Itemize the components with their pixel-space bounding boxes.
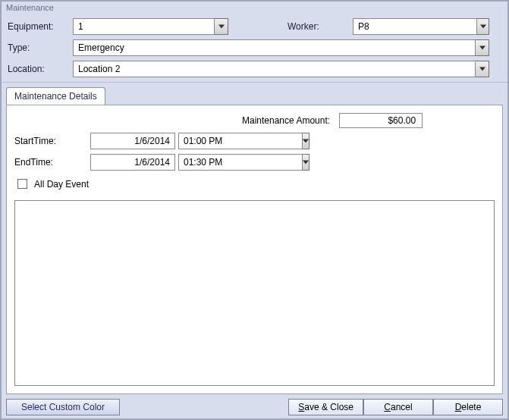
chevron-down-icon [303,160,309,165]
tab-maintenance-details[interactable]: Maintenance Details [6,87,105,105]
amount-input[interactable] [339,113,423,128]
amount-label: Maintenance Amount: [242,115,330,126]
chevron-down-icon [479,67,485,71]
starttime-label: StartTime: [14,136,87,146]
allday-checkbox-wrap[interactable]: All Day Event [14,177,89,191]
start-date-input[interactable] [90,133,175,149]
start-time-dropdown-button[interactable] [303,133,309,149]
chevron-down-icon [480,24,486,29]
delete-button[interactable]: Delete [433,399,503,415]
equipment-dropdown-button[interactable] [215,18,228,35]
chevron-down-icon [218,24,225,29]
details-panel: Maintenance Amount: StartTime: Recurring… [6,105,503,394]
location-input[interactable] [73,61,476,77]
end-date-input[interactable] [90,154,175,171]
type-select[interactable] [73,39,489,56]
notes-textarea[interactable] [14,200,495,386]
type-dropdown-button[interactable] [476,39,489,56]
location-dropdown-button[interactable] [476,61,489,77]
allday-checkbox[interactable] [17,179,27,189]
cancel-button[interactable]: Cancel [363,399,433,415]
window-title: Maintenance [2,2,507,15]
worker-label: Worker: [286,21,347,32]
header-fields: Equipment: Worker: Type: Location: [2,15,507,82]
start-time-input[interactable] [178,133,303,149]
chevron-down-icon [303,139,309,143]
endtime-label: EndTime: [14,157,87,168]
location-label: Location: [6,64,67,74]
end-time-input[interactable] [178,154,303,171]
worker-select[interactable] [353,18,489,35]
equipment-input[interactable] [73,18,215,35]
worker-dropdown-button[interactable] [477,18,489,35]
select-custom-color-button[interactable]: Select Custom Color [6,399,120,415]
type-label: Type: [6,42,67,53]
chevron-down-icon [479,45,485,50]
location-select[interactable] [73,61,489,77]
maintenance-window: Maintenance Equipment: Worker: Type: Loc… [0,0,509,420]
save-close-button[interactable]: Save & Close [288,399,363,415]
type-input[interactable] [73,39,476,56]
start-time-select[interactable] [178,133,245,149]
worker-input[interactable] [353,18,477,35]
end-time-select[interactable] [178,154,245,171]
footer-buttons: Select Custom Color Save & Close Cancel … [2,399,507,418]
tab-row: Maintenance Details [2,82,507,105]
end-time-dropdown-button[interactable] [303,154,309,171]
allday-label: All Day Event [34,179,89,190]
equipment-label: Equipment: [6,21,67,32]
equipment-select[interactable] [73,18,228,35]
